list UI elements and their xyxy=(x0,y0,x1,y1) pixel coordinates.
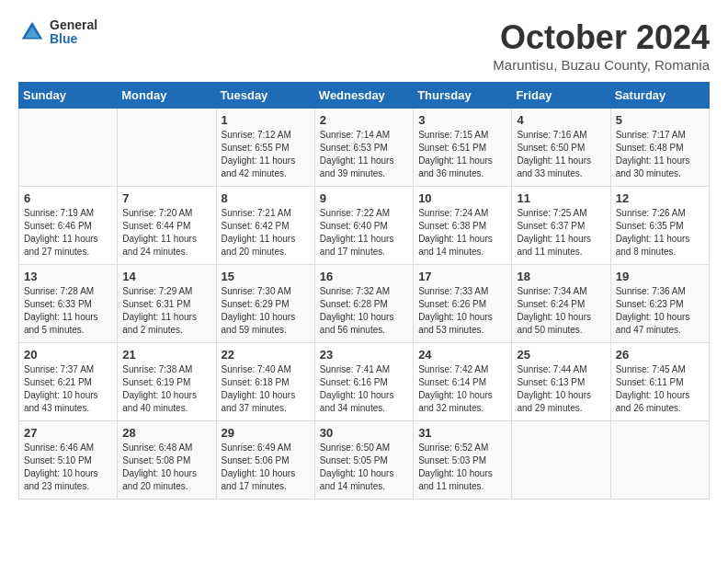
calendar-cell: 8Sunrise: 7:21 AM Sunset: 6:42 PM Daylig… xyxy=(216,187,314,265)
column-header-wednesday: Wednesday xyxy=(314,83,413,109)
day-info: Sunrise: 7:22 AM Sunset: 6:40 PM Dayligh… xyxy=(320,207,408,259)
day-info: Sunrise: 7:40 AM Sunset: 6:18 PM Dayligh… xyxy=(222,363,310,415)
day-info: Sunrise: 7:12 AM Sunset: 6:55 PM Dayligh… xyxy=(222,129,310,180)
calendar-cell: 30Sunrise: 6:50 AM Sunset: 5:05 PM Dayli… xyxy=(314,421,413,500)
calendar-body: 1Sunrise: 7:12 AM Sunset: 6:55 PM Daylig… xyxy=(19,109,710,500)
day-info: Sunrise: 7:38 AM Sunset: 6:19 PM Dayligh… xyxy=(122,363,210,415)
month-title: October 2024 xyxy=(493,18,710,57)
day-number: 13 xyxy=(24,270,112,283)
day-number: 18 xyxy=(517,270,605,283)
day-number: 23 xyxy=(320,348,408,362)
column-header-sunday: Sunday xyxy=(19,83,118,109)
calendar-cell: 20Sunrise: 7:37 AM Sunset: 6:21 PM Dayli… xyxy=(19,343,118,421)
logo-icon xyxy=(18,18,46,46)
calendar-cell: 28Sunrise: 6:48 AM Sunset: 5:08 PM Dayli… xyxy=(118,421,216,500)
day-info: Sunrise: 7:34 AM Sunset: 6:24 PM Dayligh… xyxy=(517,285,605,337)
day-info: Sunrise: 7:29 AM Sunset: 6:31 PM Dayligh… xyxy=(122,285,210,337)
day-number: 21 xyxy=(122,348,210,362)
calendar-cell: 5Sunrise: 7:17 AM Sunset: 6:48 PM Daylig… xyxy=(610,109,709,187)
calendar-cell: 2Sunrise: 7:14 AM Sunset: 6:53 PM Daylig… xyxy=(314,109,413,187)
calendar-cell: 7Sunrise: 7:20 AM Sunset: 6:44 PM Daylig… xyxy=(118,187,216,265)
day-number: 19 xyxy=(616,270,704,283)
calendar-cell: 16Sunrise: 7:32 AM Sunset: 6:28 PM Dayli… xyxy=(314,265,413,343)
calendar-cell: 22Sunrise: 7:40 AM Sunset: 6:18 PM Dayli… xyxy=(216,343,314,421)
title-block: October 2024 Maruntisu, Buzau County, Ro… xyxy=(493,18,710,73)
calendar-cell: 3Sunrise: 7:15 AM Sunset: 6:51 PM Daylig… xyxy=(414,109,512,187)
calendar-cell: 10Sunrise: 7:24 AM Sunset: 6:38 PM Dayli… xyxy=(414,187,512,265)
day-info: Sunrise: 7:15 AM Sunset: 6:51 PM Dayligh… xyxy=(418,129,506,180)
column-header-monday: Monday xyxy=(118,83,216,109)
day-info: Sunrise: 6:46 AM Sunset: 5:10 PM Dayligh… xyxy=(24,442,112,493)
day-number: 12 xyxy=(616,191,704,205)
day-number: 5 xyxy=(616,113,704,127)
day-info: Sunrise: 7:21 AM Sunset: 6:42 PM Dayligh… xyxy=(222,207,310,259)
column-header-thursday: Thursday xyxy=(414,83,512,109)
column-header-saturday: Saturday xyxy=(610,83,709,109)
day-number: 25 xyxy=(517,348,605,362)
calendar-cell: 21Sunrise: 7:38 AM Sunset: 6:19 PM Dayli… xyxy=(118,343,216,421)
calendar-cell: 26Sunrise: 7:45 AM Sunset: 6:11 PM Dayli… xyxy=(610,343,709,421)
day-number: 7 xyxy=(122,191,210,205)
day-number: 8 xyxy=(222,191,310,205)
day-info: Sunrise: 7:25 AM Sunset: 6:37 PM Dayligh… xyxy=(517,207,605,259)
calendar-cell: 23Sunrise: 7:41 AM Sunset: 6:16 PM Dayli… xyxy=(314,343,413,421)
day-info: Sunrise: 7:33 AM Sunset: 6:26 PM Dayligh… xyxy=(418,285,506,337)
day-info: Sunrise: 7:44 AM Sunset: 6:13 PM Dayligh… xyxy=(517,363,605,415)
week-row-1: 1Sunrise: 7:12 AM Sunset: 6:55 PM Daylig… xyxy=(19,109,710,187)
day-info: Sunrise: 7:16 AM Sunset: 6:50 PM Dayligh… xyxy=(517,129,605,180)
calendar-cell: 13Sunrise: 7:28 AM Sunset: 6:33 PM Dayli… xyxy=(19,265,118,343)
day-info: Sunrise: 7:45 AM Sunset: 6:11 PM Dayligh… xyxy=(616,363,704,415)
calendar-cell: 4Sunrise: 7:16 AM Sunset: 6:50 PM Daylig… xyxy=(512,109,610,187)
column-header-friday: Friday xyxy=(512,83,610,109)
calendar-table: SundayMondayTuesdayWednesdayThursdayFrid… xyxy=(18,82,710,500)
week-row-3: 13Sunrise: 7:28 AM Sunset: 6:33 PM Dayli… xyxy=(19,265,710,343)
day-number: 24 xyxy=(418,348,506,362)
week-row-2: 6Sunrise: 7:19 AM Sunset: 6:46 PM Daylig… xyxy=(19,187,710,265)
day-number: 1 xyxy=(222,113,310,127)
day-number: 14 xyxy=(122,270,210,283)
calendar-cell xyxy=(512,421,610,500)
calendar-cell: 12Sunrise: 7:26 AM Sunset: 6:35 PM Dayli… xyxy=(610,187,709,265)
day-info: Sunrise: 7:36 AM Sunset: 6:23 PM Dayligh… xyxy=(616,285,704,337)
day-info: Sunrise: 7:20 AM Sunset: 6:44 PM Dayligh… xyxy=(122,207,210,259)
day-number: 26 xyxy=(616,348,704,362)
calendar-cell: 25Sunrise: 7:44 AM Sunset: 6:13 PM Dayli… xyxy=(512,343,610,421)
day-number: 27 xyxy=(24,426,112,440)
day-info: Sunrise: 6:50 AM Sunset: 5:05 PM Dayligh… xyxy=(320,442,408,493)
day-info: Sunrise: 7:24 AM Sunset: 6:38 PM Dayligh… xyxy=(418,207,506,259)
day-number: 22 xyxy=(222,348,310,362)
day-number: 31 xyxy=(418,426,506,440)
calendar-cell: 1Sunrise: 7:12 AM Sunset: 6:55 PM Daylig… xyxy=(216,109,314,187)
day-info: Sunrise: 7:14 AM Sunset: 6:53 PM Dayligh… xyxy=(320,129,408,180)
day-info: Sunrise: 7:30 AM Sunset: 6:29 PM Dayligh… xyxy=(222,285,310,337)
header-row: SundayMondayTuesdayWednesdayThursdayFrid… xyxy=(19,83,710,109)
calendar-cell: 14Sunrise: 7:29 AM Sunset: 6:31 PM Dayli… xyxy=(118,265,216,343)
day-number: 15 xyxy=(222,270,310,283)
day-number: 11 xyxy=(517,191,605,205)
day-info: Sunrise: 7:19 AM Sunset: 6:46 PM Dayligh… xyxy=(24,207,112,259)
day-info: Sunrise: 7:28 AM Sunset: 6:33 PM Dayligh… xyxy=(24,285,112,337)
calendar-cell: 11Sunrise: 7:25 AM Sunset: 6:37 PM Dayli… xyxy=(512,187,610,265)
calendar-cell: 31Sunrise: 6:52 AM Sunset: 5:03 PM Dayli… xyxy=(414,421,512,500)
day-number: 3 xyxy=(418,113,506,127)
column-header-tuesday: Tuesday xyxy=(216,83,314,109)
logo-text: General Blue xyxy=(50,18,97,47)
day-number: 9 xyxy=(320,191,408,205)
calendar-cell xyxy=(610,421,709,500)
day-number: 17 xyxy=(418,270,506,283)
day-info: Sunrise: 7:37 AM Sunset: 6:21 PM Dayligh… xyxy=(24,363,112,415)
calendar-cell xyxy=(19,109,118,187)
day-number: 16 xyxy=(320,270,408,283)
calendar-cell: 19Sunrise: 7:36 AM Sunset: 6:23 PM Dayli… xyxy=(610,265,709,343)
calendar-cell: 17Sunrise: 7:33 AM Sunset: 6:26 PM Dayli… xyxy=(414,265,512,343)
day-number: 29 xyxy=(222,426,310,440)
calendar-cell: 6Sunrise: 7:19 AM Sunset: 6:46 PM Daylig… xyxy=(19,187,118,265)
page-header: General Blue October 2024 Maruntisu, Buz… xyxy=(18,18,710,73)
day-number: 6 xyxy=(24,191,112,205)
day-info: Sunrise: 7:26 AM Sunset: 6:35 PM Dayligh… xyxy=(616,207,704,259)
day-number: 30 xyxy=(320,426,408,440)
day-number: 4 xyxy=(517,113,605,127)
week-row-4: 20Sunrise: 7:37 AM Sunset: 6:21 PM Dayli… xyxy=(19,343,710,421)
logo: General Blue xyxy=(18,18,97,47)
day-number: 2 xyxy=(320,113,408,127)
